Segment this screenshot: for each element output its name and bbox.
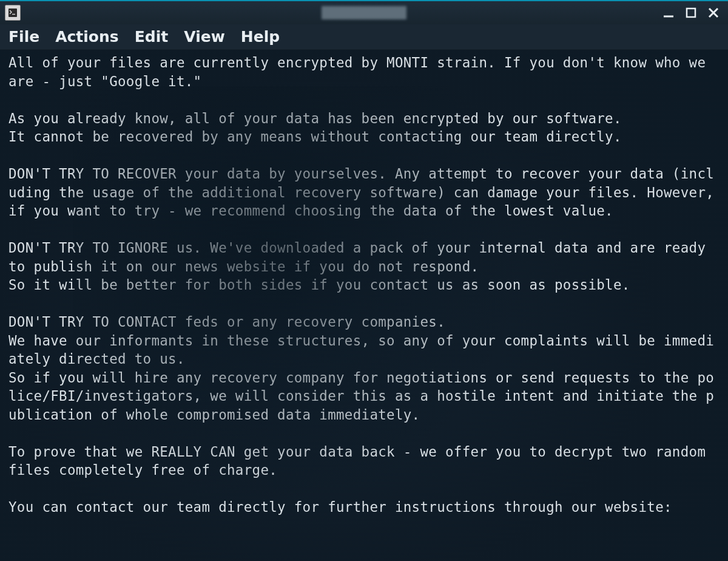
minimize-button[interactable]	[662, 7, 675, 19]
svg-rect-0	[8, 8, 17, 17]
terminal-window: File Actions Edit View Help All of your …	[0, 0, 728, 561]
titlebar[interactable]	[0, 1, 728, 24]
terminal-text: All of your files are currently encrypte…	[8, 53, 720, 517]
maximize-button[interactable]	[686, 7, 696, 18]
menu-file[interactable]: File	[8, 28, 39, 46]
menubar: File Actions Edit View Help	[0, 24, 728, 50]
menu-actions[interactable]: Actions	[55, 28, 119, 46]
menu-help[interactable]: Help	[241, 28, 280, 46]
terminal-body[interactable]: All of your files are currently encrypte…	[0, 50, 728, 561]
menu-edit[interactable]: Edit	[135, 28, 169, 46]
window-controls	[662, 7, 723, 19]
window-title-obscured	[322, 6, 406, 19]
menu-view[interactable]: View	[184, 28, 225, 46]
close-button[interactable]	[707, 7, 720, 19]
terminal-icon	[5, 5, 21, 21]
svg-rect-3	[687, 8, 695, 17]
